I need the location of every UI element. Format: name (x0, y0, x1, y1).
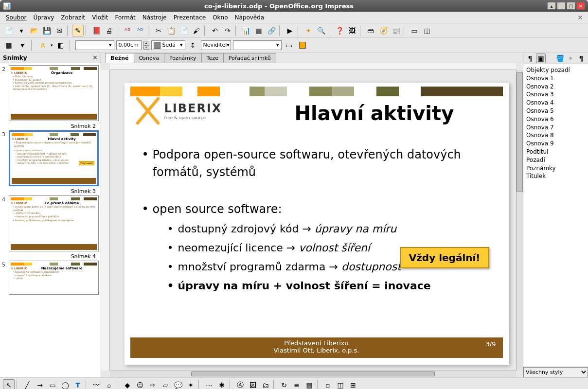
tab-outline[interactable]: Osnova (134, 53, 164, 63)
slide-canvas[interactable]: LIBERIX free & open source Hlavní aktivi… (125, 83, 509, 365)
chart-button[interactable]: 📊 (240, 25, 252, 36)
flowcharts-tool[interactable]: ▱ (160, 379, 171, 389)
menu-zobrazit[interactable]: Zobrazit (58, 13, 88, 22)
list-item[interactable]: Podtitul (526, 148, 585, 156)
menu-nastroje[interactable]: Nástroje (140, 13, 170, 22)
datasource-button[interactable]: 🗃 (365, 25, 376, 36)
stars-tool[interactable]: ✦ (185, 379, 196, 389)
menu-prezentace[interactable]: Prezentace (171, 13, 209, 22)
shadow-toggle-icon[interactable]: ▭ (284, 39, 295, 51)
menu-format[interactable]: Formát (112, 13, 138, 22)
text-tool[interactable]: T (72, 379, 84, 389)
slide-thumbnail-3[interactable]: ✕ LIBERIXHlavní aktivity • Podpora open-… (9, 130, 99, 186)
grid-dropdown-icon[interactable]: ▾ (17, 39, 28, 51)
tab-normal[interactable]: Běžné (105, 53, 134, 63)
panel-close-icon[interactable]: ✕ (92, 54, 98, 61)
grid-icon[interactable]: ▦ (3, 39, 15, 51)
shadow-icon[interactable]: ◧ (55, 39, 67, 51)
email-button[interactable]: ✉ (53, 25, 65, 36)
tab-notes[interactable]: Poznámky (164, 53, 202, 63)
paste-button[interactable]: 📄 (178, 25, 190, 36)
insert-slide-tool[interactable]: ▫ (322, 379, 334, 389)
horizontal-scrollbar[interactable] (110, 371, 516, 377)
slide-thumbnail-4[interactable]: ✕ LIBERIXCo přesně děláme • vysvětlujeme… (9, 195, 99, 251)
block-arrows-tool[interactable]: ⇨ (147, 379, 159, 389)
style-filter-select[interactable]: Všechny styly (523, 367, 588, 377)
line-tool[interactable]: ╱ (21, 379, 33, 389)
zoom-button[interactable]: 🔍 (315, 25, 327, 36)
tab-handout[interactable]: Teze (201, 53, 224, 63)
menu-okno[interactable]: Okno (210, 13, 231, 22)
list-item[interactable]: Poznámky (526, 164, 585, 173)
grid-tool[interactable]: ⊞ (347, 379, 359, 389)
tab-sorter[interactable]: Pořadač snímků (223, 53, 276, 63)
paragraph-styles-icon[interactable]: ¶ (525, 53, 535, 63)
list-item[interactable]: Titulek (526, 172, 585, 180)
list-item[interactable]: Osnova 1 (526, 74, 585, 83)
list-item[interactable]: Osnova 3 (526, 90, 585, 99)
arrange-tool[interactable]: ▤ (303, 379, 315, 389)
gallery-button[interactable]: 🖼 (346, 25, 358, 36)
cut-button[interactable]: ✂ (153, 25, 164, 36)
line-width-field[interactable]: 0,00cm (116, 40, 142, 50)
ellipse-tool[interactable]: ◯ (59, 379, 71, 389)
styles-button[interactable]: 📰 (390, 25, 402, 36)
symbol-shapes-tool[interactable]: ☺ (134, 379, 146, 389)
fill-format-icon[interactable]: 🪣 (555, 53, 565, 63)
undo-button[interactable]: ↶ (209, 25, 221, 36)
new-button[interactable]: 📄 (3, 25, 15, 36)
navigator-button[interactable]: 🧭 (377, 25, 389, 36)
line-color-select[interactable]: Šedá▾ (151, 40, 185, 50)
new-style-icon[interactable]: ✦ (566, 53, 575, 63)
slide-layout-tool[interactable]: ◫ (335, 379, 346, 389)
shade-button[interactable]: ▴ (547, 2, 556, 10)
slide-button[interactable]: ▭ (409, 25, 420, 36)
find-button[interactable]: ✦ (303, 25, 314, 36)
help-button[interactable]: ❓ (334, 25, 345, 36)
glue-tool[interactable]: ✱ (216, 379, 228, 389)
arrow-icon[interactable]: ↕ (187, 39, 199, 51)
vertical-scrollbar[interactable] (516, 70, 523, 371)
maximize-button[interactable]: ▢ (567, 2, 575, 10)
open-button[interactable]: 📂 (28, 25, 40, 36)
menu-soubor[interactable]: Soubor (3, 13, 29, 22)
presentation-styles-icon[interactable]: ▣ (536, 53, 546, 63)
new-dropdown-icon[interactable]: ▾ (16, 25, 27, 36)
line-style-select[interactable]: ▾ (75, 40, 114, 50)
document-close-icon[interactable]: ✕ (575, 14, 585, 21)
curve-tool[interactable]: 〰 (90, 379, 102, 389)
list-item[interactable]: Osnova 5 (526, 107, 585, 115)
gallery-tool[interactable]: 🗂 (260, 379, 271, 389)
list-item[interactable]: Osnova 2 (526, 83, 585, 91)
list-item[interactable]: Osnova 6 (526, 115, 585, 124)
menu-napoveda[interactable]: Nápověda (232, 13, 267, 22)
slideshow-button[interactable]: ▶ (284, 25, 296, 36)
spellcheck-button[interactable]: ᴬᴮ (122, 25, 133, 36)
select-tool[interactable]: ↖ (3, 379, 15, 389)
fontwork-tool[interactable]: Ⓐ (234, 379, 246, 389)
list-item[interactable]: Osnova 7 (526, 124, 585, 132)
save-button[interactable]: 💾 (41, 25, 53, 36)
basic-shapes-tool[interactable]: ◆ (122, 379, 133, 389)
layout-button[interactable]: ◫ (421, 25, 433, 36)
edit-button[interactable]: ✎ (72, 25, 84, 36)
line-width-spinner[interactable]: ▴▾ (143, 41, 149, 50)
close-button[interactable]: ✕ (576, 2, 585, 10)
align-tool[interactable]: ≡ (291, 379, 303, 389)
print-button[interactable]: 🖨 (103, 25, 115, 36)
hyperlink-button[interactable]: 🔗 (266, 25, 277, 36)
color-toggle-icon[interactable] (299, 42, 306, 49)
redo-button[interactable]: ↷ (222, 25, 233, 36)
rotate-tool[interactable]: ↻ (278, 379, 290, 389)
connector-tool[interactable]: ⎐ (103, 379, 115, 389)
menu-upravy[interactable]: Úpravy (30, 13, 57, 22)
fill-color-select[interactable]: ▾ (233, 40, 282, 50)
menu-vlozit[interactable]: Vložit (89, 13, 111, 22)
arrow-tool[interactable]: → (34, 379, 46, 389)
minimize-button[interactable]: _ (557, 2, 566, 10)
points-tool[interactable]: ⋯ (203, 379, 215, 389)
format-paintbrush-button[interactable]: 🖌 (191, 25, 202, 36)
list-item[interactable]: Osnova 9 (526, 140, 585, 148)
arrow-style-select[interactable]: Neviditel▾ (201, 40, 231, 50)
slide-thumbnail-2[interactable]: ✕ LIBERIXOrganizace • Sídlo: Olomouc • P… (9, 65, 99, 121)
